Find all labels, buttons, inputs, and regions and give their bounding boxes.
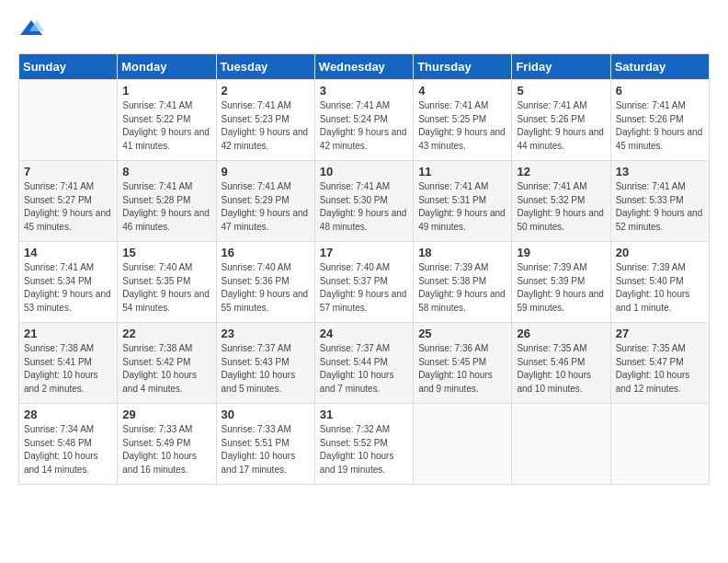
day-number: 25 <box>418 327 506 340</box>
day-info: Sunrise: 7:35 AMSunset: 5:47 PMDaylight:… <box>616 342 704 396</box>
calendar-week-row: 28Sunrise: 7:34 AMSunset: 5:48 PMDayligh… <box>19 404 710 485</box>
calendar-cell: 22Sunrise: 7:38 AMSunset: 5:42 PMDayligh… <box>118 323 216 404</box>
day-info: Sunrise: 7:40 AMSunset: 5:37 PMDaylight:… <box>320 261 408 315</box>
day-number: 31 <box>320 408 408 421</box>
day-number: 17 <box>320 246 408 259</box>
day-info: Sunrise: 7:34 AMSunset: 5:48 PMDaylight:… <box>24 423 112 477</box>
calendar-cell: 28Sunrise: 7:34 AMSunset: 5:48 PMDayligh… <box>19 404 118 485</box>
day-info: Sunrise: 7:41 AMSunset: 5:32 PMDaylight:… <box>517 180 605 234</box>
day-info: Sunrise: 7:37 AMSunset: 5:44 PMDaylight:… <box>320 342 408 396</box>
calendar-cell: 1Sunrise: 7:41 AMSunset: 5:22 PMDaylight… <box>118 80 216 161</box>
day-info: Sunrise: 7:41 AMSunset: 5:24 PMDaylight:… <box>320 99 408 153</box>
day-info: Sunrise: 7:40 AMSunset: 5:35 PMDaylight:… <box>122 261 210 315</box>
calendar-cell: 25Sunrise: 7:36 AMSunset: 5:45 PMDayligh… <box>414 323 512 404</box>
weekday-header-saturday: Saturday <box>610 54 709 80</box>
day-info: Sunrise: 7:39 AMSunset: 5:40 PMDaylight:… <box>616 261 704 315</box>
day-number: 7 <box>24 165 112 178</box>
calendar-cell: 2Sunrise: 7:41 AMSunset: 5:23 PMDaylight… <box>216 80 314 161</box>
calendar-table: SundayMondayTuesdayWednesdayThursdayFrid… <box>18 53 710 485</box>
day-number: 13 <box>616 165 704 178</box>
day-number: 20 <box>616 246 704 259</box>
calendar-cell: 19Sunrise: 7:39 AMSunset: 5:39 PMDayligh… <box>512 242 610 323</box>
day-info: Sunrise: 7:41 AMSunset: 5:26 PMDaylight:… <box>616 99 704 153</box>
calendar-cell <box>414 404 512 485</box>
calendar-cell <box>19 80 118 161</box>
day-number: 19 <box>517 246 605 259</box>
day-number: 12 <box>517 165 605 178</box>
day-number: 6 <box>616 84 704 98</box>
day-info: Sunrise: 7:33 AMSunset: 5:51 PMDaylight:… <box>222 423 310 477</box>
weekday-header-friday: Friday <box>512 54 610 80</box>
calendar-cell: 27Sunrise: 7:35 AMSunset: 5:47 PMDayligh… <box>610 323 709 404</box>
day-number: 8 <box>122 165 210 178</box>
calendar-cell: 7Sunrise: 7:41 AMSunset: 5:27 PMDaylight… <box>19 161 118 242</box>
day-number: 9 <box>222 165 310 178</box>
day-info: Sunrise: 7:41 AMSunset: 5:23 PMDaylight:… <box>222 99 310 153</box>
calendar-cell: 6Sunrise: 7:41 AMSunset: 5:26 PMDaylight… <box>610 80 709 161</box>
weekday-header-wednesday: Wednesday <box>314 54 413 80</box>
page-header <box>18 18 710 39</box>
day-number: 1 <box>122 84 210 98</box>
calendar-cell <box>512 404 610 485</box>
day-number: 27 <box>616 327 704 340</box>
day-info: Sunrise: 7:41 AMSunset: 5:30 PMDaylight:… <box>320 180 408 234</box>
calendar-cell: 5Sunrise: 7:41 AMSunset: 5:26 PMDaylight… <box>512 80 610 161</box>
day-info: Sunrise: 7:38 AMSunset: 5:42 PMDaylight:… <box>122 342 210 396</box>
day-number: 16 <box>222 246 310 259</box>
day-info: Sunrise: 7:36 AMSunset: 5:45 PMDaylight:… <box>418 342 506 396</box>
day-number: 21 <box>24 327 112 340</box>
calendar-cell: 29Sunrise: 7:33 AMSunset: 5:49 PMDayligh… <box>118 404 216 485</box>
day-number: 4 <box>418 84 506 98</box>
day-number: 3 <box>320 84 408 98</box>
day-info: Sunrise: 7:37 AMSunset: 5:43 PMDaylight:… <box>222 342 310 396</box>
calendar-week-row: 7Sunrise: 7:41 AMSunset: 5:27 PMDaylight… <box>19 161 710 242</box>
calendar-cell: 8Sunrise: 7:41 AMSunset: 5:28 PMDaylight… <box>118 161 216 242</box>
calendar-week-row: 14Sunrise: 7:41 AMSunset: 5:34 PMDayligh… <box>19 242 710 323</box>
day-number: 2 <box>222 84 310 98</box>
day-number: 26 <box>517 327 605 340</box>
calendar-cell: 13Sunrise: 7:41 AMSunset: 5:33 PMDayligh… <box>610 161 709 242</box>
day-info: Sunrise: 7:33 AMSunset: 5:49 PMDaylight:… <box>122 423 210 477</box>
calendar-cell: 21Sunrise: 7:38 AMSunset: 5:41 PMDayligh… <box>19 323 118 404</box>
day-number: 18 <box>418 246 506 259</box>
day-info: Sunrise: 7:39 AMSunset: 5:39 PMDaylight:… <box>517 261 605 315</box>
day-info: Sunrise: 7:41 AMSunset: 5:33 PMDaylight:… <box>616 180 704 234</box>
day-number: 24 <box>320 327 408 340</box>
day-number: 5 <box>517 84 605 98</box>
calendar-cell: 20Sunrise: 7:39 AMSunset: 5:40 PMDayligh… <box>610 242 709 323</box>
day-info: Sunrise: 7:40 AMSunset: 5:36 PMDaylight:… <box>222 261 310 315</box>
calendar-cell: 18Sunrise: 7:39 AMSunset: 5:38 PMDayligh… <box>414 242 512 323</box>
calendar-cell: 16Sunrise: 7:40 AMSunset: 5:36 PMDayligh… <box>216 242 314 323</box>
weekday-header-monday: Monday <box>118 54 216 80</box>
calendar-cell: 24Sunrise: 7:37 AMSunset: 5:44 PMDayligh… <box>314 323 413 404</box>
day-number: 15 <box>122 246 210 259</box>
day-info: Sunrise: 7:41 AMSunset: 5:29 PMDaylight:… <box>222 180 310 234</box>
day-number: 11 <box>418 165 506 178</box>
weekday-header-sunday: Sunday <box>19 54 118 80</box>
day-info: Sunrise: 7:32 AMSunset: 5:52 PMDaylight:… <box>320 423 408 477</box>
calendar-cell: 4Sunrise: 7:41 AMSunset: 5:25 PMDaylight… <box>414 80 512 161</box>
day-number: 22 <box>122 327 210 340</box>
day-info: Sunrise: 7:38 AMSunset: 5:41 PMDaylight:… <box>24 342 112 396</box>
calendar-cell: 23Sunrise: 7:37 AMSunset: 5:43 PMDayligh… <box>216 323 314 404</box>
day-info: Sunrise: 7:41 AMSunset: 5:25 PMDaylight:… <box>418 99 506 153</box>
day-info: Sunrise: 7:41 AMSunset: 5:28 PMDaylight:… <box>122 180 210 234</box>
day-info: Sunrise: 7:41 AMSunset: 5:34 PMDaylight:… <box>24 261 112 315</box>
calendar-week-row: 21Sunrise: 7:38 AMSunset: 5:41 PMDayligh… <box>19 323 710 404</box>
day-info: Sunrise: 7:41 AMSunset: 5:31 PMDaylight:… <box>418 180 506 234</box>
day-number: 23 <box>222 327 310 340</box>
calendar-header-row: SundayMondayTuesdayWednesdayThursdayFrid… <box>19 54 710 80</box>
calendar-cell: 10Sunrise: 7:41 AMSunset: 5:30 PMDayligh… <box>314 161 413 242</box>
calendar-cell: 26Sunrise: 7:35 AMSunset: 5:46 PMDayligh… <box>512 323 610 404</box>
logo <box>18 18 46 39</box>
day-number: 29 <box>122 408 210 421</box>
day-number: 30 <box>222 408 310 421</box>
day-info: Sunrise: 7:41 AMSunset: 5:26 PMDaylight:… <box>517 99 605 153</box>
calendar-cell: 31Sunrise: 7:32 AMSunset: 5:52 PMDayligh… <box>314 404 413 485</box>
calendar-cell: 17Sunrise: 7:40 AMSunset: 5:37 PMDayligh… <box>314 242 413 323</box>
day-info: Sunrise: 7:41 AMSunset: 5:27 PMDaylight:… <box>24 180 112 234</box>
calendar-cell: 15Sunrise: 7:40 AMSunset: 5:35 PMDayligh… <box>118 242 216 323</box>
day-info: Sunrise: 7:35 AMSunset: 5:46 PMDaylight:… <box>517 342 605 396</box>
calendar-cell <box>610 404 709 485</box>
day-info: Sunrise: 7:39 AMSunset: 5:38 PMDaylight:… <box>418 261 506 315</box>
